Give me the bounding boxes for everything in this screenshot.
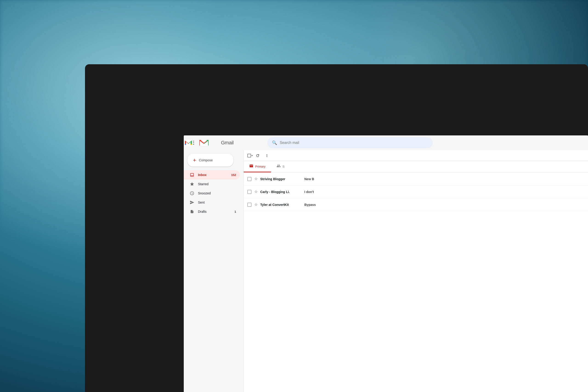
svg-rect-5 <box>208 140 209 146</box>
primary-tab-icon <box>249 164 253 169</box>
select-checkbox-area: ▾ <box>247 154 253 158</box>
sidebar: + Compose Inbox 152 <box>184 150 243 392</box>
email-sender-2: Carly - Blogging Li. <box>260 190 302 194</box>
tab-primary[interactable]: Primary <box>244 161 271 172</box>
drafts-label: Drafts <box>198 210 231 214</box>
primary-tab-label: Primary <box>255 165 265 168</box>
compose-plus-icon: + <box>193 158 196 163</box>
drafts-icon <box>190 209 194 214</box>
sidebar-item-inbox[interactable]: Inbox 152 <box>184 170 240 180</box>
gmail-wordmark: Gmail <box>221 140 234 146</box>
refresh-icon <box>256 154 260 158</box>
refresh-button[interactable] <box>253 152 262 160</box>
main-content: ▾ <box>243 150 588 392</box>
star-icon-1[interactable]: ☆ <box>254 177 257 181</box>
email-toolbar: ▾ <box>244 150 588 161</box>
search-input[interactable] <box>280 141 428 145</box>
email-preview-1: New B <box>304 177 584 181</box>
email-checkbox-3[interactable] <box>247 203 251 207</box>
email-row[interactable]: ☆ Striving Blogger New B <box>244 172 588 186</box>
email-sender-3: Tyler at ConvertKit <box>260 203 302 206</box>
search-bar[interactable]: 🔍 <box>267 137 433 148</box>
header-left: Gmail <box>187 138 265 147</box>
email-list: ☆ Striving Blogger New B ☆ Carly - Blogg… <box>244 172 588 392</box>
gmail-header: Gmail 🔍 <box>184 136 588 150</box>
star-icon-2[interactable]: ☆ <box>254 190 257 194</box>
sidebar-item-starred[interactable]: Starred <box>184 180 240 189</box>
social-tab-partial: S <box>282 165 284 168</box>
gmail-m-icon <box>199 139 209 146</box>
laptop-bezel: Gmail 🔍 + Compose <box>85 64 588 392</box>
email-sender-1: Striving Blogger <box>260 177 302 181</box>
more-options-icon <box>265 154 269 158</box>
starred-icon <box>190 182 194 186</box>
inbox-count: 152 <box>231 173 236 177</box>
more-options-button[interactable] <box>263 152 271 160</box>
snoozed-icon <box>190 191 194 196</box>
select-all-checkbox[interactable] <box>247 154 251 158</box>
sidebar-item-drafts[interactable]: Drafts 1 <box>184 207 240 216</box>
search-icon: 🔍 <box>272 140 277 145</box>
starred-label: Starred <box>198 182 236 186</box>
svg-rect-4 <box>199 140 200 146</box>
tab-social[interactable]: S <box>271 161 290 172</box>
select-dropdown-arrow[interactable]: ▾ <box>251 154 253 157</box>
gmail-app: Gmail 🔍 + Compose <box>184 136 588 392</box>
tabs-bar: Primary S <box>244 161 588 172</box>
email-preview-2: I don't <box>304 190 584 194</box>
sidebar-item-sent[interactable]: Sent <box>184 198 240 207</box>
gmail-logo: Gmail <box>199 139 223 146</box>
sent-label: Sent <box>198 200 236 204</box>
email-checkbox-1[interactable] <box>247 177 251 181</box>
snoozed-label: Snoozed <box>198 192 236 195</box>
screen: Gmail 🔍 + Compose <box>184 136 588 392</box>
email-preview-3: Bypass <box>304 203 584 206</box>
gmail-logo-svg <box>184 139 193 146</box>
drafts-count: 1 <box>234 210 236 214</box>
inbox-label: Inbox <box>198 173 227 177</box>
email-row[interactable]: ☆ Tyler at ConvertKit Bypass <box>244 198 588 211</box>
sidebar-item-snoozed[interactable]: Snoozed <box>184 189 240 198</box>
gmail-body: + Compose Inbox 152 <box>184 150 588 392</box>
sent-icon <box>190 200 194 205</box>
compose-label: Compose <box>199 158 213 162</box>
email-checkbox-2[interactable] <box>247 190 251 194</box>
star-icon-3[interactable]: ☆ <box>254 202 257 207</box>
social-tab-icon <box>276 164 281 169</box>
compose-button[interactable]: + Compose <box>187 154 233 166</box>
email-row[interactable]: ☆ Carly - Blogging Li. I don't <box>244 186 588 198</box>
inbox-icon <box>190 172 194 177</box>
